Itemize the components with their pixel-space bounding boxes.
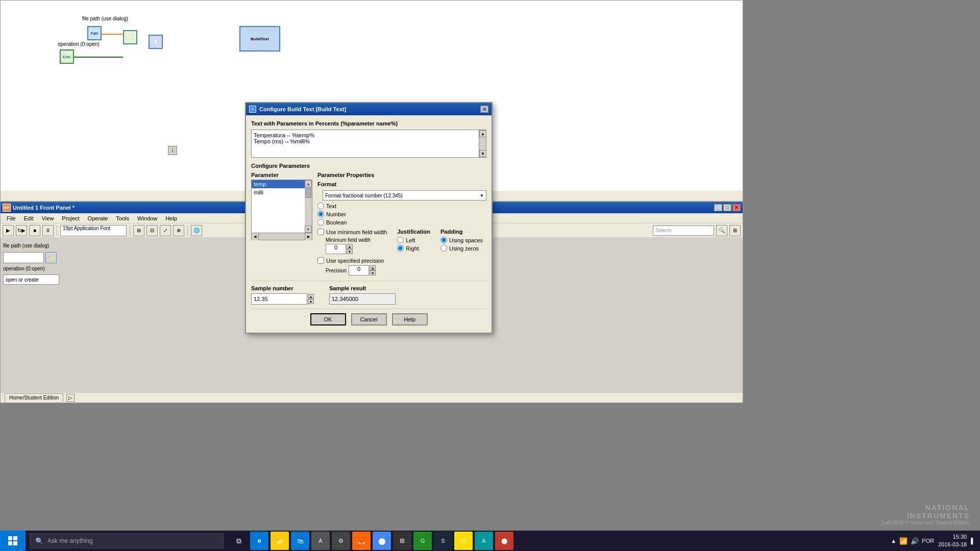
volume-icon[interactable]: 🔊: [911, 537, 919, 545]
precision-spin-down[interactable]: ▼: [370, 270, 376, 276]
use-min-width-checkbox[interactable]: [317, 229, 324, 235]
text-area[interactable]: Temperatura -- %temp% Tempo (ms) -- %mil…: [252, 130, 486, 146]
fp-maximize-btn[interactable]: □: [723, 204, 731, 211]
bd-node-output[interactable]: 📄: [149, 35, 163, 49]
network-icon[interactable]: 📶: [899, 537, 908, 545]
min-width-spin-up[interactable]: ▲: [347, 244, 353, 249]
start-button[interactable]: [0, 531, 26, 551]
labview-icon: LV: [460, 538, 467, 544]
fp-status-tab[interactable]: Home/Student Edition: [5, 393, 63, 402]
param-item-temp[interactable]: temp: [252, 180, 312, 188]
scroll-up-btn[interactable]: ▲: [479, 130, 486, 137]
taskbar-clock[interactable]: 15:30 2016-03-18: [938, 533, 967, 549]
fp-palette-btn[interactable]: ⊞: [729, 225, 741, 236]
fp-menu-project[interactable]: Project: [58, 214, 83, 222]
fp-resize-btn[interactable]: ⤢: [160, 225, 171, 236]
fp-reorder-btn[interactable]: ⊕: [173, 225, 184, 236]
taskbar-search-box[interactable]: 🔍 Ask me anything: [30, 533, 224, 548]
bd-node-operation[interactable]: Exec: [60, 49, 74, 64]
bd-node-file1[interactable]: 📄: [123, 30, 137, 44]
taskbar-icon-edge[interactable]: e: [250, 532, 268, 550]
zeros-label: Using zeros: [449, 245, 479, 252]
param-hscroll-left[interactable]: ◀: [252, 233, 259, 240]
taskbar-icon-chrome[interactable]: ⬤: [373, 532, 391, 550]
fp-minimize-btn[interactable]: _: [714, 204, 722, 211]
text-area-scrollbar: ▲ ▼: [479, 130, 486, 157]
param-hscroll-right[interactable]: ▶: [305, 233, 312, 240]
fp-abort-btn[interactable]: ■: [29, 225, 40, 236]
taskbar-icon-steam[interactable]: S: [434, 532, 452, 550]
fp-menu-tools[interactable]: Tools: [112, 214, 133, 222]
sample-spin-down[interactable]: ▼: [308, 299, 314, 304]
fp-menu-view[interactable]: View: [38, 214, 58, 222]
justification-label: Justification: [397, 229, 430, 235]
precision-spin-up[interactable]: ▲: [370, 265, 376, 270]
taskview-icon: ⧉: [236, 537, 241, 545]
fp-menu-help[interactable]: Help: [161, 214, 181, 222]
dialog-close-btn[interactable]: ✕: [480, 106, 488, 113]
dialog-titlebar: T Configure Build Text [Build Text] ✕: [246, 103, 492, 115]
fp-browse-btn[interactable]: 📁: [45, 252, 57, 263]
param-scroll-down[interactable]: ▼: [305, 226, 312, 233]
sample-spin-up[interactable]: ▲: [308, 294, 314, 299]
taskbar-icon-3[interactable]: G: [413, 532, 432, 550]
fp-menu-file[interactable]: File: [3, 214, 20, 222]
fp-status-arrow[interactable]: ▷: [66, 394, 75, 402]
taskbar-icon-tiles[interactable]: ⊞: [393, 532, 411, 550]
fp-align-btn[interactable]: ⊞: [133, 225, 144, 236]
fp-run-btn[interactable]: ▶: [3, 225, 14, 236]
fp-search-input[interactable]: Search: [653, 226, 714, 236]
taskbar-icon-store[interactable]: 🛍: [291, 532, 309, 550]
fp-run-continuous-btn[interactable]: ↻▶: [16, 225, 27, 236]
use-precision-checkbox[interactable]: [317, 257, 324, 264]
fp-close-btn[interactable]: ✕: [732, 204, 741, 211]
fp-menu-edit[interactable]: Edit: [20, 214, 38, 222]
format-dropdown[interactable]: Format fractional number (12.345) ▼: [323, 190, 486, 201]
left-radio[interactable]: [397, 237, 404, 243]
show-desktop-btn[interactable]: ▌: [971, 538, 975, 544]
fp-search-btn[interactable]: 🔍: [716, 225, 727, 236]
radio-boolean[interactable]: [317, 219, 324, 226]
fp-menu-operate[interactable]: Operate: [84, 214, 112, 222]
taskbar-icon-labview[interactable]: LV: [454, 532, 473, 550]
radio-text[interactable]: [317, 203, 324, 209]
param-item-milli[interactable]: milli: [252, 188, 312, 196]
min-width-spin-down[interactable]: ▼: [347, 249, 353, 254]
param-list-wrapper: temp milli ▲ ▼: [251, 180, 312, 233]
fp-filepath-control[interactable]: [3, 252, 44, 263]
taskbar-icon-firefox[interactable]: 🦊: [352, 532, 371, 550]
bd-node-filepath[interactable]: Path: [87, 26, 102, 40]
help-button[interactable]: Help: [392, 313, 428, 325]
sample-number-input[interactable]: 12.35: [251, 293, 307, 305]
fp-pause-btn[interactable]: ⏸: [42, 225, 54, 236]
taskbar-icon-arduino[interactable]: A: [475, 532, 493, 550]
tray-arrow[interactable]: ▲: [891, 538, 896, 544]
taskbar-app-icons: ⧉ e 📁 🛍 A ⚙ 🦊 ⬤ ⊞ G S: [230, 532, 513, 550]
fp-distribute-btn[interactable]: ⊟: [146, 225, 158, 236]
param-scroll-up[interactable]: ▲: [305, 180, 312, 187]
ok-button[interactable]: OK: [310, 313, 346, 325]
taskbar-icon-2[interactable]: ⚙: [332, 532, 350, 550]
right-radio[interactable]: [397, 245, 404, 252]
fp-menu-window[interactable]: Window: [133, 214, 161, 222]
radio-number[interactable]: [317, 211, 324, 217]
bd-wire2: [74, 57, 123, 58]
taskbar-icon-4[interactable]: ⬤: [495, 532, 513, 550]
fp-operation-control[interactable]: open or create: [3, 274, 59, 285]
zeros-radio[interactable]: [440, 245, 447, 252]
fp-env-btn[interactable]: 🌐: [191, 225, 202, 236]
taskbar-icon-explorer[interactable]: 📁: [271, 532, 289, 550]
bd-node-buildtext[interactable]: BuildText: [239, 26, 280, 52]
fp-font-selector[interactable]: 19pt Application Font: [60, 225, 127, 236]
cancel-button[interactable]: Cancel: [351, 313, 387, 325]
precision-input[interactable]: 0: [349, 265, 369, 276]
bd-iteration-node[interactable]: i: [168, 146, 177, 155]
dialog-icon: T: [249, 106, 256, 113]
dialog-body: Text with Parameters in Percents (%param…: [246, 115, 492, 333]
zeros-radio-row: Using zeros: [440, 245, 483, 252]
scroll-down-btn[interactable]: ▼: [479, 150, 486, 157]
spaces-radio[interactable]: [440, 237, 447, 243]
min-width-input[interactable]: 0: [326, 244, 346, 254]
taskbar-icon-taskview[interactable]: ⧉: [230, 532, 248, 550]
taskbar-icon-1[interactable]: A: [311, 532, 330, 550]
